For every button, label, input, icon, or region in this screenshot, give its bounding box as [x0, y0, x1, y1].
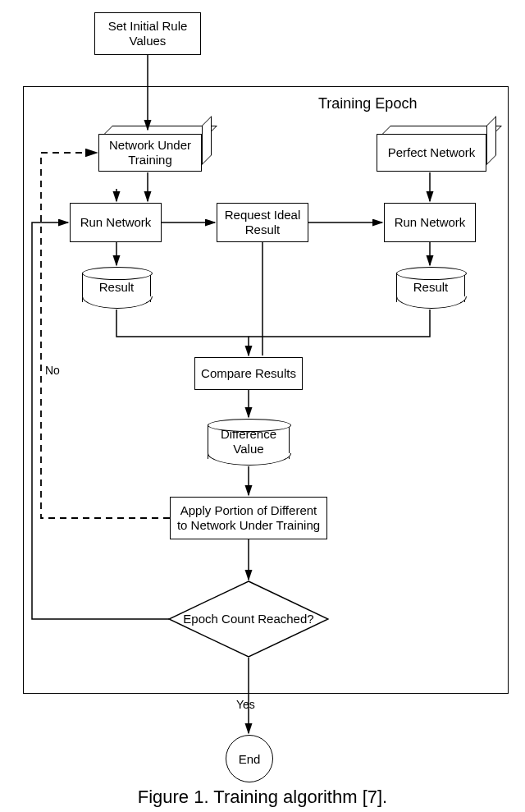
node-compare-results: Compare Results	[194, 357, 303, 390]
node-apply-portion: Apply Portion of Different to Network Un…	[170, 497, 327, 539]
training-epoch-label: Training Epoch	[318, 95, 417, 112]
node-run-network-right: Run Network	[384, 203, 476, 242]
node-result-left: Result	[82, 267, 151, 308]
edge-label-no: No	[45, 364, 60, 377]
node-epoch-count-decision: Epoch Count Reached?	[168, 580, 329, 658]
node-request-ideal: Request Ideal Result	[217, 203, 308, 242]
node-end: End	[226, 735, 273, 782]
figure-caption: Figure 1. Training algorithm [7].	[0, 787, 525, 808]
node-run-network-left: Run Network	[70, 203, 162, 242]
node-set-initial: Set Initial Rule Values	[94, 12, 201, 55]
node-network-under-training: Network Under Training	[98, 130, 212, 176]
edge-label-yes: Yes	[236, 698, 255, 711]
node-result-right: Result	[396, 267, 465, 308]
diagram-canvas: Training Epoch Set Initial Rule Values N…	[0, 0, 525, 812]
node-difference-value: Difference Value	[208, 419, 290, 465]
node-perfect-network: Perfect Network	[377, 130, 496, 176]
